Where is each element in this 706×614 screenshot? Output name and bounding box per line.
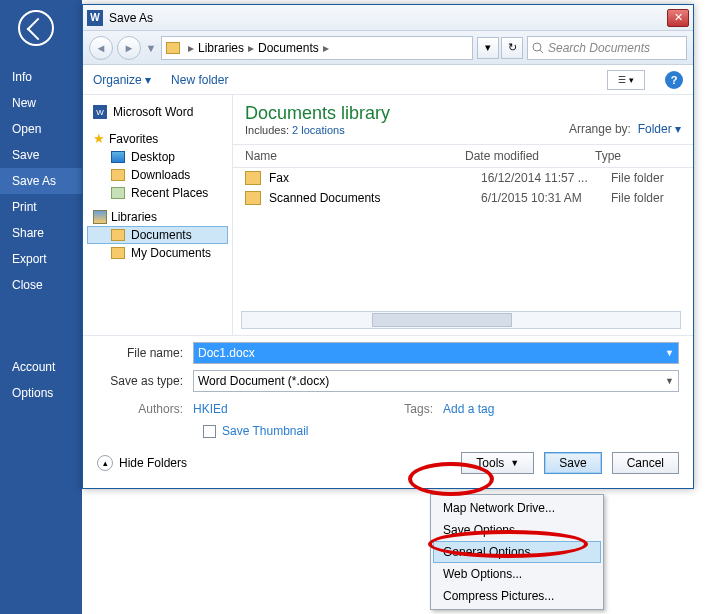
file-row[interactable]: Scanned Documents6/1/2015 10:31 AMFile f… <box>233 188 693 208</box>
crumb-dropdown-button[interactable]: ▾ <box>477 37 499 59</box>
refresh-button[interactable]: ↻ <box>501 37 523 59</box>
new-folder-button[interactable]: New folder <box>171 73 228 87</box>
search-input[interactable]: Search Documents <box>527 36 687 60</box>
tools-menu-compress-pictures[interactable]: Compress Pictures... <box>433 585 601 607</box>
backstage-save[interactable]: Save <box>0 142 82 168</box>
saveastype-dropdown[interactable]: Word Document (*.docx)▼ <box>193 370 679 392</box>
backstage-info[interactable]: Info <box>0 64 82 90</box>
authors-value[interactable]: HKIEd <box>193 402 323 416</box>
tree-desktop[interactable]: Desktop <box>87 148 228 166</box>
column-headers[interactable]: Name Date modified Type <box>233 144 693 168</box>
tree-word[interactable]: W Microsoft Word <box>87 101 228 123</box>
folder-icon <box>166 42 180 54</box>
tags-label: Tags: <box>323 402 443 416</box>
tree-favorites[interactable]: ★Favorites <box>87 129 228 148</box>
nav-forward-button[interactable]: ► <box>117 36 141 60</box>
tree-documents[interactable]: Documents <box>87 226 228 244</box>
library-title: Documents library <box>245 103 569 124</box>
nav-back-button[interactable]: ◄ <box>89 36 113 60</box>
tree-downloads[interactable]: Downloads <box>87 166 228 184</box>
word-icon: W <box>87 10 103 26</box>
tree-recent[interactable]: Recent Places <box>87 184 228 202</box>
save-button[interactable]: Save <box>544 452 601 474</box>
filename-input[interactable]: Doc1.docx▼ <box>193 342 679 364</box>
saveastype-label: Save as type: <box>97 374 193 388</box>
backstage-save-as[interactable]: Save As <box>0 168 82 194</box>
backstage-open[interactable]: Open <box>0 116 82 142</box>
folder-tree: W Microsoft Word ★Favorites Desktop Down… <box>83 95 233 335</box>
tools-menu-map-network-drive[interactable]: Map Network Drive... <box>433 497 601 519</box>
search-icon <box>532 42 544 54</box>
horizontal-scrollbar[interactable] <box>241 311 681 329</box>
nav-bar: ◄ ► ▼ ▸ Libraries ▸ Documents ▸ ▾ ↻ Sear… <box>83 31 693 65</box>
file-row[interactable]: Fax16/12/2014 11:57 ...File folder <box>233 168 693 188</box>
form-area: File name: Doc1.docx▼ Save as type: Word… <box>83 335 693 488</box>
arrange-by-dropdown[interactable]: Folder ▾ <box>638 122 681 136</box>
tree-libraries[interactable]: Libraries <box>87 208 228 226</box>
backstage-options[interactable]: Options <box>0 380 82 406</box>
backstage-account[interactable]: Account <box>0 354 82 380</box>
nav-history-button[interactable]: ▼ <box>145 36 157 60</box>
word-backstage-sidebar: InfoNewOpenSaveSave AsPrintShareExportCl… <box>0 0 82 614</box>
file-list-pane: Documents library Includes: 2 locations … <box>233 95 693 335</box>
dialog-toolbar: Organize ▾ New folder ☰ ▾ ? <box>83 65 693 95</box>
back-icon[interactable] <box>18 10 54 46</box>
save-thumbnail-checkbox[interactable]: Save Thumbnail <box>97 424 679 438</box>
view-mode-button[interactable]: ☰ ▾ <box>607 70 645 90</box>
save-as-dialog: W Save As ✕ ◄ ► ▼ ▸ Libraries ▸ Document… <box>82 4 694 489</box>
tools-button[interactable]: Tools▼ <box>461 452 534 474</box>
tags-value[interactable]: Add a tag <box>443 402 573 416</box>
dialog-titlebar[interactable]: W Save As ✕ <box>83 5 693 31</box>
help-icon[interactable]: ? <box>665 71 683 89</box>
close-icon[interactable]: ✕ <box>667 9 689 27</box>
authors-label: Authors: <box>97 402 193 416</box>
svg-line-1 <box>540 50 543 53</box>
tools-menu: Map Network Drive...Save Options...Gener… <box>430 494 604 610</box>
includes-link[interactable]: 2 locations <box>292 124 345 136</box>
filename-label: File name: <box>97 346 193 360</box>
tools-menu-web-options[interactable]: Web Options... <box>433 563 601 585</box>
organize-button[interactable]: Organize ▾ <box>93 73 151 87</box>
crumb-documents[interactable]: Documents <box>258 41 319 55</box>
folder-icon <box>245 171 261 185</box>
dialog-title: Save As <box>109 11 667 25</box>
backstage-close[interactable]: Close <box>0 272 82 298</box>
breadcrumb[interactable]: ▸ Libraries ▸ Documents ▸ <box>161 36 473 60</box>
tools-menu-save-options[interactable]: Save Options... <box>433 519 601 541</box>
crumb-libraries[interactable]: Libraries <box>198 41 244 55</box>
arrange-by: Arrange by: Folder ▾ <box>569 122 681 136</box>
backstage-print[interactable]: Print <box>0 194 82 220</box>
hide-folders-button[interactable]: ▴Hide Folders <box>97 455 187 471</box>
backstage-new[interactable]: New <box>0 90 82 116</box>
cancel-button[interactable]: Cancel <box>612 452 679 474</box>
tools-menu-general-options[interactable]: General Options... <box>433 541 601 563</box>
svg-point-0 <box>533 43 541 51</box>
tree-my-documents[interactable]: My Documents <box>87 244 228 262</box>
backstage-export[interactable]: Export <box>0 246 82 272</box>
backstage-share[interactable]: Share <box>0 220 82 246</box>
folder-icon <box>245 191 261 205</box>
